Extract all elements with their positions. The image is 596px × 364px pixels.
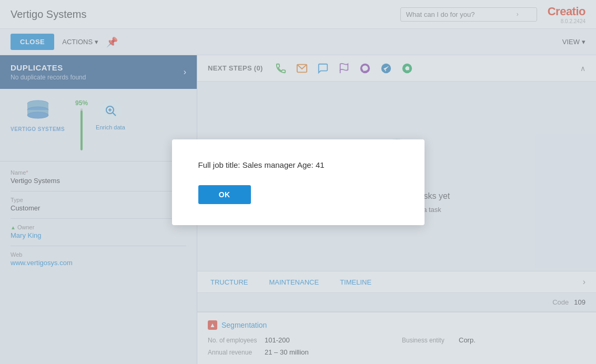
modal-box: Full job title: Sales manager Age: 41 OK bbox=[172, 139, 425, 225]
modal-ok-button[interactable]: OK bbox=[198, 185, 251, 204]
modal-overlay: Full job title: Sales manager Age: 41 OK bbox=[0, 0, 596, 364]
modal-message: Full job title: Sales manager Age: 41 bbox=[198, 160, 398, 169]
